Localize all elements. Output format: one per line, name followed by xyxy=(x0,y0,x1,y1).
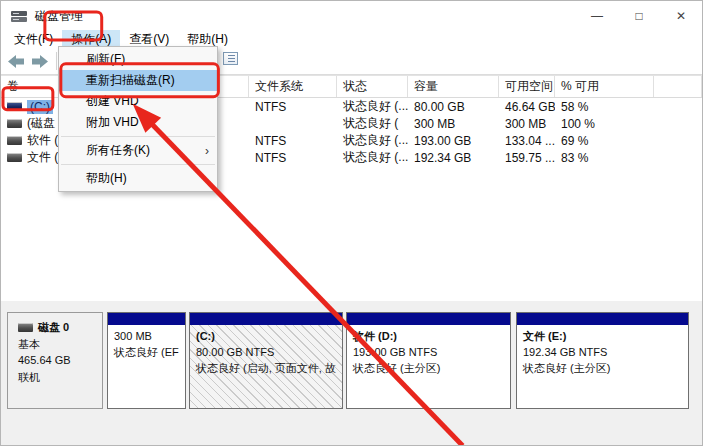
volume-pct: 58 % xyxy=(555,100,654,114)
volume-capacity: 193.00 GB xyxy=(408,134,499,148)
col-status[interactable]: 状态 xyxy=(337,76,408,97)
volume-status: 状态良好 ( xyxy=(337,115,408,132)
disk-size: 465.64 GB xyxy=(18,352,102,369)
back-arrow-icon[interactable] xyxy=(8,55,25,68)
partition-c[interactable]: (C:) 80.00 GB NTFS 状态良好 (启动, 页面文件, 故 xyxy=(189,312,343,409)
drive-icon xyxy=(7,119,22,128)
partition-color-bar xyxy=(347,313,510,325)
disk-type: 基本 xyxy=(18,336,102,353)
menu-item-all-tasks[interactable]: 所有任务(K) › xyxy=(59,140,217,161)
toolbar-separator xyxy=(56,52,57,70)
col-extra xyxy=(654,76,702,97)
action-dropdown-menu: 刷新(F) 重新扫描磁盘(R) 创建 VHD 附加 VHD 所有任务(K) › … xyxy=(58,46,218,192)
partitions: 300 MB 状态良好 (EF (C:) 80.00 GB NTFS 状态良好 … xyxy=(105,312,695,409)
disk-management-window: { "window": { "title": "磁盘管理", "minimize… xyxy=(0,0,703,446)
volume-capacity: 192.34 GB xyxy=(408,151,499,165)
window-title: 磁盘管理 xyxy=(35,8,83,25)
drive-icon xyxy=(7,153,22,162)
volume-name: (C:) xyxy=(27,100,53,114)
volume-pct: 100 % xyxy=(555,117,654,131)
volume-free: 46.64 GB xyxy=(499,100,555,114)
menu-separator xyxy=(61,164,215,165)
close-button[interactable]: ✕ xyxy=(660,1,702,31)
partition-color-bar xyxy=(517,313,688,325)
partition-e[interactable]: 文件 (E:) 192.34 GB NTFS 状态良好 (主分区) xyxy=(516,312,689,409)
disk-status: 联机 xyxy=(18,369,102,386)
drive-icon xyxy=(7,136,22,145)
menu-item-help[interactable]: 帮助(H) xyxy=(59,168,217,189)
menu-item-rescan-disks[interactable]: 重新扫描磁盘(R) xyxy=(59,70,217,91)
app-icon xyxy=(10,9,28,24)
volume-status: 状态良好 (... xyxy=(337,149,408,166)
minimize-button[interactable]: — xyxy=(576,1,618,31)
volume-fs: NTFS xyxy=(249,134,337,148)
menu-file[interactable]: 文件(F) xyxy=(5,30,62,49)
menu-item-refresh[interactable]: 刷新(F) xyxy=(59,49,217,70)
partition-color-bar xyxy=(190,313,342,325)
col-filesystem[interactable]: 文件系统 xyxy=(249,76,337,97)
volume-free: 300 MB xyxy=(499,117,555,131)
partition-efi[interactable]: 300 MB 状态良好 (EF xyxy=(107,312,186,409)
volume-free: 159.75 ... xyxy=(499,151,555,165)
disk-icon xyxy=(18,323,33,332)
nav-arrows xyxy=(1,55,48,68)
submenu-arrow-icon: › xyxy=(205,144,209,158)
disk0-info-box[interactable]: 磁盘 0 基本 465.64 GB 联机 xyxy=(7,312,103,409)
disk-name: 磁盘 0 xyxy=(38,319,69,336)
col-free[interactable]: 可用空间 xyxy=(499,76,555,97)
partition-d[interactable]: 软件 (D:) 193.00 GB NTFS 状态良好 (主分区) xyxy=(346,312,511,409)
menu-separator xyxy=(61,136,215,137)
col-pct-free[interactable]: % 可用 xyxy=(555,76,654,97)
volume-status: 状态良好 (... xyxy=(337,98,408,115)
volume-capacity: 300 MB xyxy=(408,117,499,131)
disk-graphic-panel: 磁盘 0 基本 465.64 GB 联机 300 MB 状态良好 (EF (C:… xyxy=(1,298,702,445)
volume-free: 133.04 ... xyxy=(499,134,555,148)
partition-color-bar xyxy=(108,313,185,325)
volume-pct: 69 % xyxy=(555,134,654,148)
forward-arrow-icon[interactable] xyxy=(31,55,48,68)
volume-fs: NTFS xyxy=(249,100,337,114)
title-bar: 磁盘管理 — □ ✕ xyxy=(1,1,702,31)
volume-status: 状态良好 (... xyxy=(337,132,408,149)
drive-icon xyxy=(7,102,22,111)
maximize-button[interactable]: □ xyxy=(618,1,660,31)
console-tree-icon[interactable] xyxy=(223,52,238,65)
col-capacity[interactable]: 容量 xyxy=(408,76,499,97)
volume-pct: 83 % xyxy=(555,151,654,165)
volume-fs: NTFS xyxy=(249,151,337,165)
disk0-row: 磁盘 0 基本 465.64 GB 联机 300 MB 状态良好 (EF (C:… xyxy=(7,312,695,409)
menu-item-attach-vhd[interactable]: 附加 VHD xyxy=(59,112,217,133)
menu-item-create-vhd[interactable]: 创建 VHD xyxy=(59,91,217,112)
volume-capacity: 80.00 GB xyxy=(408,100,499,114)
window-controls: — □ ✕ xyxy=(576,1,702,31)
